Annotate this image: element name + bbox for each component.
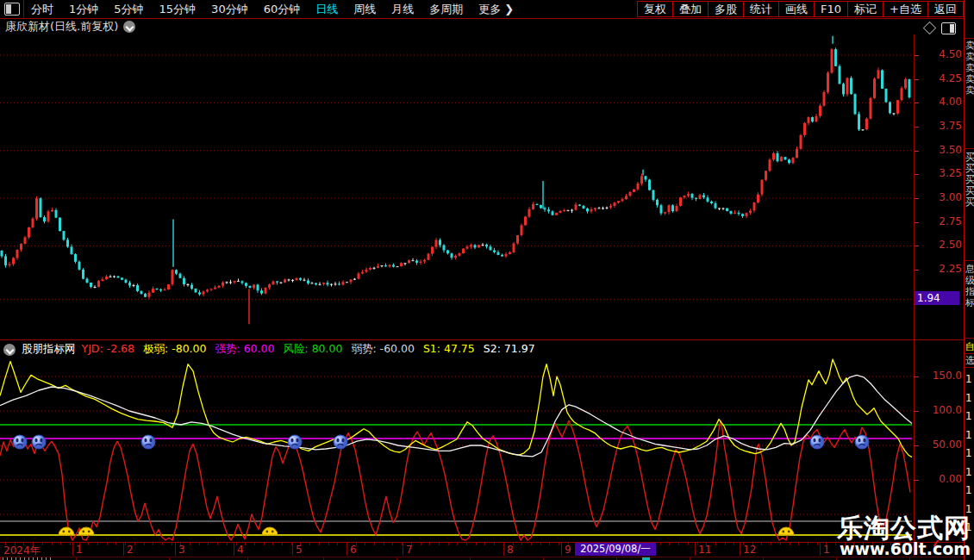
toolbar-button-6[interactable]: 标记 [847,1,883,17]
timeline-minor-tick [52,543,53,545]
toolbar-button-7[interactable]: +自选 [883,1,928,17]
period-tab-3[interactable]: 15分钟 [159,2,197,17]
toolbar-button-5[interactable]: F10 [814,1,848,17]
timeline-label-6: 6 [350,544,357,556]
diamond-icon[interactable] [923,22,937,35]
timeline-minor-tick [125,543,126,545]
right-strip-glyph: 买 [965,152,974,163]
timeline-minor-tick [153,543,153,545]
chevron-down-icon[interactable] [123,21,135,33]
period-tab-6[interactable]: 日线 [315,2,338,17]
indicator-tick-50.00: 50.00 [921,439,962,451]
toolbar-button-1[interactable]: 叠加 [672,1,709,17]
timeline-label-2: 2 [127,544,134,556]
right-strip-digit: 1 [965,464,972,482]
timeline-minor-tick [429,543,430,545]
timeline-minor-tick [42,543,43,545]
timeline-minor-tick [688,543,689,545]
indicator-param-1: 极弱: -80.00 [143,342,206,357]
timeline-minor-tick [217,543,218,545]
timeline-minor-tick [780,543,781,545]
timeline-minor-tick [107,543,108,545]
timeline-minor-tick [771,543,771,545]
toolbar-button-8[interactable]: 返回 [927,1,964,17]
right-strip-glyph: 买 [965,163,974,174]
sad-face-marker [855,435,869,449]
timeline-label-11: 12 [743,544,756,556]
toolbar-button-2[interactable]: 多股 [708,1,744,17]
indicator-tick-0.00: 0.00 [921,473,962,485]
timeline-minor-tick [715,543,716,545]
timeline-minor-tick [808,543,809,545]
price-tick-3.75: 3.75 [921,120,962,132]
timeline-separator [503,543,504,556]
price-tick-4.00: 4.00 [921,96,962,108]
price-tick-4.25: 4.25 [921,72,962,84]
smile-face-marker [778,527,794,535]
right-panel-strip: 卖卖卖卖卖买买买买买息级指标自选111111111 [964,0,974,560]
timeline-minor-tick [549,543,550,545]
right-strip-glyph: 买 [965,196,974,208]
right-strip-divider [965,353,974,354]
main-candlestick-chart[interactable] [0,34,914,339]
indicator-header: 股朋指标网 YJD: -2.68极弱: -80.00强势: 60.00风险: 8… [3,342,535,357]
right-strip-digit: 1 [965,482,972,501]
price-tick-3.50: 3.50 [921,144,962,156]
timeline-minor-tick [476,543,477,545]
right-strip-glyph: 级 [965,275,974,286]
period-tab-5[interactable]: 60分钟 [264,2,301,17]
bottom-status-strip [0,557,964,560]
timeline-minor-tick [669,543,670,545]
timeline-minor-tick [392,543,393,545]
right-strip-glyph: 指 [965,286,974,297]
period-tab-0[interactable]: 分时 [31,2,53,17]
price-tick-3.00: 3.00 [921,191,962,203]
indicator-chart[interactable] [0,358,914,542]
right-strip-glyph: 卖 [965,40,974,51]
timeline-minor-tick [116,543,116,545]
timeline-separator [72,543,73,556]
period-tab-2[interactable]: 5分钟 [114,2,143,17]
timeline-minor-tick [319,543,320,545]
timeline-minor-tick [531,543,532,545]
period-tab-8[interactable]: 月线 [391,2,414,17]
timeline-minor-tick [172,543,172,545]
period-tab-9[interactable]: 多周期 [429,2,463,17]
watermark-site-name: 乐淘公式网 [837,514,971,542]
period-tab-10[interactable]: 更多 ❯ [478,2,514,17]
indicator-tickmark [914,376,919,377]
layout-split-icon[interactable] [4,3,20,16]
timeline-minor-tick [199,543,200,545]
right-strip-glyph: 自 [965,341,974,352]
sad-face-marker [141,435,155,449]
timeline-minor-tick [421,543,421,545]
indicator-tickmark [914,411,919,412]
panel-divider [0,339,964,340]
period-tab-7[interactable]: 周线 [353,2,376,17]
toolbar-button-0[interactable]: 复权 [637,1,673,17]
sad-face-marker [32,435,46,449]
right-strip-digit: 1 [965,445,972,464]
indicator-collapse-icon[interactable] [3,344,16,356]
right-strip-divider [965,38,974,39]
timeline-minor-tick [798,543,799,545]
indicator-param-4: 弱势: -60.00 [351,342,414,357]
toolbar-buttons: 复权叠加多股统计画线F10标记+自选返回 [638,1,964,17]
timeline-minor-tick [337,543,338,545]
right-strip-glyph: 卖 [965,62,974,73]
period-tab-1[interactable]: 1分钟 [69,2,98,17]
indicator-param-6: S2: 71.97 [484,342,535,357]
indicator-tick-150.0: 150.0 [921,370,962,382]
timeline-label-8: 8 [507,544,514,556]
toolbar-button-4[interactable]: 画线 [778,1,815,17]
timeline-minor-tick [817,543,818,545]
timeline-minor-tick [466,543,467,545]
timeline-minor-tick [144,543,145,545]
timeline-label-10: 11 [698,544,711,556]
timeline-minor-tick [494,543,495,545]
panel-toggle-icon[interactable] [941,22,956,34]
toolbar-button-3[interactable]: 统计 [743,1,779,17]
period-tab-4[interactable]: 30分钟 [211,2,248,17]
right-strip-glyph: 买 [965,174,974,185]
timeline-label-5: 5 [296,544,303,556]
